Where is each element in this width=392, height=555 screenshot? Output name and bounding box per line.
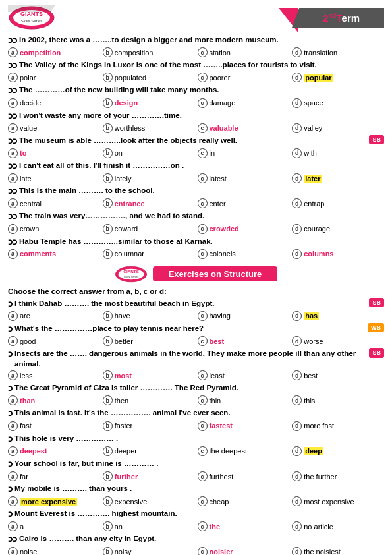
options-row: alateblatelyclatestdlater (8, 173, 384, 183)
options-row: aabancthedno article (8, 521, 384, 531)
option-circle: b (103, 521, 113, 531)
option-circle: b (103, 173, 113, 183)
question-item: ↄↄHabu Temple has …………..similar to those… (8, 236, 384, 259)
option-a: acompetition (8, 47, 100, 57)
option-circle: c (198, 496, 208, 506)
logo-area: GIANTS Skills Series (8, 5, 55, 30)
question-item: ↄↄThe train was very……………., and we had t… (8, 210, 384, 233)
options-row: afastbfastercfastestdmore fast (8, 421, 384, 431)
option-circle: a (8, 446, 18, 456)
option-circle: b (103, 547, 113, 555)
badge: WB (368, 323, 384, 333)
q-text: This is the main ………. to the school. (19, 185, 155, 196)
section-giants-logo: GIANTS Skills Series (115, 264, 148, 284)
option-b: bentrance (103, 198, 195, 208)
option-d: dcolumns (292, 249, 384, 259)
option-c: cthin (198, 395, 290, 405)
question-text: ↄThis hole is very …………… . (8, 433, 384, 445)
option-c: cpoorer (198, 73, 290, 82)
option-d: dthe further (292, 471, 384, 481)
option-circle: d (292, 311, 302, 321)
question-item: ↄↄThe …………of the new building will take … (8, 84, 384, 107)
vocab-questions: ↄↄIn 2002, there was a ……..to design a b… (8, 34, 384, 259)
question-item: ↄↄThe museum is able ………..look after the… (8, 135, 384, 158)
option-circle: d (292, 496, 302, 506)
option-b: bbetter (103, 336, 195, 346)
option-circle: b (103, 198, 113, 208)
question-item: ↄↄI won't waste any more of your ………….ti… (8, 110, 384, 133)
q-text: What's the ……………place to play tennis nea… (14, 323, 204, 334)
question-item: ↄInsects are the ……. dangerous animals i… (8, 348, 384, 380)
question-item: ↄThis animal is fast. It's the ……………. an… (8, 407, 384, 430)
option-c: ccolonels (198, 249, 290, 259)
term-number: 2 (323, 13, 328, 24)
option-circle: c (198, 395, 208, 405)
option-circle: b (103, 471, 113, 481)
option-d: dpopular (292, 73, 384, 82)
q-text: Your school is far, but mine is ………… . (14, 458, 158, 469)
option-circle: c (198, 198, 208, 208)
option-circle: a (8, 521, 18, 531)
option-d: dmost expensive (292, 496, 384, 506)
option-c: cnoisier (198, 547, 290, 555)
question-text: ↄMount Everest is …………. highest mountain… (8, 508, 384, 520)
option-d: dspace (292, 98, 384, 108)
options-row: adeepestbdeepercthe deepestddeep (8, 446, 384, 456)
question-item: ↄWhat's the ……………place to play tennis ne… (8, 323, 384, 346)
option-circle: b (103, 98, 113, 108)
option-circle: d (292, 249, 302, 259)
option-circle: d (292, 370, 302, 380)
question-item: ↄI think Dahab ………. the most beautiful b… (8, 298, 384, 321)
option-c: center (198, 198, 290, 208)
option-circle: d (292, 123, 302, 133)
option-a: afar (8, 471, 100, 481)
q-marker: ↄↄ (8, 135, 17, 147)
giants-logo: GIANTS Skills Series (8, 5, 55, 30)
options-row: avaluebworthlesscvaluabledvalley (8, 123, 384, 133)
q-text: Mount Everest is …………. highest mountain. (14, 508, 177, 519)
option-circle: d (292, 336, 302, 346)
option-circle: c (198, 73, 208, 82)
option-circle: b (103, 224, 113, 234)
svg-text:GIANTS: GIANTS (123, 269, 139, 274)
option-a: adeepest (8, 446, 100, 456)
svg-text:Skills Series: Skills Series (123, 275, 138, 278)
option-c: cstation (198, 47, 290, 57)
term-t: T (336, 13, 341, 24)
option-circle: a (8, 547, 18, 555)
option-circle: a (8, 73, 18, 82)
question-item: ↄThe Great Pyramid of Giza is taller ………… (8, 382, 384, 405)
option-circle: a (8, 173, 18, 183)
option-d: dwith (292, 148, 384, 158)
option-a: acentral (8, 198, 100, 208)
option-circle: a (8, 148, 18, 158)
option-circle: b (103, 336, 113, 346)
question-text: ↄↄI can't eat all of this. I'll finish i… (8, 160, 384, 172)
option-circle: d (292, 421, 302, 431)
option-circle: b (103, 370, 113, 380)
q-marker: ↄↄ (8, 110, 17, 122)
option-d: dhas (292, 311, 384, 321)
question-text: ↄMy mobile is ………. than yours . (8, 483, 384, 495)
option-circle: b (103, 395, 113, 405)
question-text: ↄↄThis is the main ………. to the school. (8, 185, 384, 197)
option-circle: b (103, 47, 113, 57)
q-marker: ↄↄ (8, 236, 17, 248)
option-a: athan (8, 395, 100, 405)
term-badge: 2ndTerm (292, 8, 384, 28)
option-circle: c (198, 446, 208, 456)
options-row: apolarbpopulatedcpoorerdpopular (8, 73, 384, 82)
option-circle: c (198, 311, 208, 321)
option-b: ban (103, 521, 195, 531)
option-a: anoise (8, 547, 100, 555)
question-text: ↄↄCairo is ………. than any city in Egypt. (8, 533, 384, 545)
option-circle: d (292, 446, 302, 456)
option-circle: c (198, 370, 208, 380)
option-b: bcomposition (103, 47, 195, 57)
option-a: afast (8, 421, 100, 431)
section-title: Exercises on Structure (153, 266, 278, 281)
svg-text:Skills Series: Skills Series (21, 19, 43, 23)
option-c: ccrowded (198, 224, 290, 234)
option-circle: c (198, 47, 208, 57)
option-circle: c (198, 336, 208, 346)
